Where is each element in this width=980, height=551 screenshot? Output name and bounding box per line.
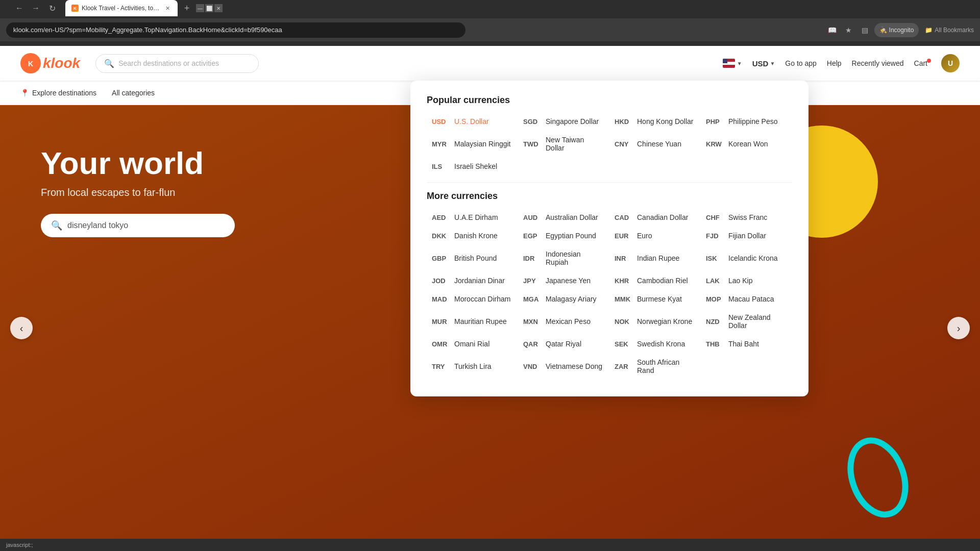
recently-viewed-link[interactable]: Recently viewed — [852, 59, 904, 67]
currency-dropdown: Popular currencies USDU.S. DollarSGDSing… — [410, 81, 808, 396]
sidebar-button[interactable]: ▤ — [858, 23, 872, 37]
new-tab-button[interactable]: + — [180, 1, 194, 15]
currency-item-cny[interactable]: CNYChinese Yuan — [609, 132, 701, 156]
user-avatar[interactable]: U — [941, 54, 960, 72]
incognito-label: Incognito — [889, 27, 914, 34]
more-currencies-grid: AEDU.A.E DirhamAUDAustralian DollarCADCa… — [427, 210, 792, 378]
currency-item-egp[interactable]: EGPEgyptian Pound — [518, 228, 609, 243]
carousel-prev-button[interactable]: ‹ — [10, 317, 33, 339]
minimize-button[interactable]: — — [196, 4, 204, 12]
active-tab[interactable]: K Klook Travel - Activities, tours, ✕ — [65, 0, 178, 16]
popular-currencies-title: Popular currencies — [427, 95, 792, 106]
currency-code-label: USD — [752, 59, 769, 68]
go-to-app-link[interactable]: Go to app — [785, 59, 817, 67]
currency-item-aud[interactable]: AUDAustralian Dollar — [518, 210, 609, 225]
currency-item-ils[interactable]: ILSIsraeli Shekel — [427, 159, 518, 174]
tab-bar: ← → ↻ K Klook Travel - Activities, tours… — [0, 0, 980, 18]
currency-item-mga[interactable]: MGAMalagasy Ariary — [518, 291, 609, 307]
back-button[interactable]: ← — [12, 1, 27, 15]
currency-item-khr[interactable]: KHRCambodian Riel — [609, 273, 701, 288]
currency-item-omr[interactable]: OMROmani Rial — [427, 336, 518, 352]
forward-button[interactable]: → — [29, 1, 43, 15]
hero-search-icon: 🔍 — [51, 220, 62, 231]
currency-item-qar[interactable]: QARQatar Riyal — [518, 336, 609, 352]
currency-button[interactable]: USD ▼ — [752, 59, 775, 68]
currency-item-dkk[interactable]: DKKDanish Krone — [427, 228, 518, 243]
explore-destinations-item[interactable]: 📍 Explore destinations — [20, 89, 96, 97]
currency-item-jod[interactable]: JODJordanian Dinar — [427, 273, 518, 288]
search-placeholder-text: Search destinations or activities — [118, 59, 219, 67]
cart-label: Cart — [914, 59, 927, 67]
currency-item-mop[interactable]: MOPMacau Pataca — [701, 291, 792, 307]
currency-item-mmk[interactable]: MMKBurmese Kyat — [609, 291, 701, 307]
currency-item-gbp[interactable]: GBPBritish Pound — [427, 246, 518, 270]
currency-item-sek[interactable]: SEKSwedish Krona — [609, 336, 701, 352]
hero-title: Your world — [41, 146, 235, 181]
bookmarks-icon: 📁 — [925, 27, 933, 34]
logo-text: klook — [43, 55, 80, 71]
currency-item-thb[interactable]: THBThai Baht — [701, 336, 792, 352]
currency-item-zar[interactable]: ZARSouth African Rand — [609, 355, 701, 378]
currency-item-try[interactable]: TRYTurkish Lira — [427, 355, 518, 378]
refresh-button[interactable]: ↻ — [45, 1, 59, 15]
tab-favicon: K — [71, 5, 79, 12]
hero-subtitle: From local escapes to far-flun — [41, 187, 235, 198]
all-categories-item[interactable]: All categories — [112, 89, 155, 97]
more-currencies-title: More currencies — [427, 191, 792, 202]
currency-chevron-icon: ▼ — [770, 61, 775, 66]
currency-item-myr[interactable]: MYRMalaysian Ringgit — [427, 132, 518, 156]
currency-item-lak[interactable]: LAKLao Kip — [701, 273, 792, 288]
nav-right: ▼ USD ▼ Go to app Help Recently viewed C… — [723, 54, 960, 72]
currencies-divider — [427, 182, 792, 183]
currency-item-isk[interactable]: ISKIcelandic Krona — [701, 246, 792, 270]
currency-item-aed[interactable]: AEDU.A.E Dirham — [427, 210, 518, 225]
currency-item-eur[interactable]: EUREuro — [609, 228, 701, 243]
bookmarks-area[interactable]: 📁 All Bookmarks — [925, 23, 974, 37]
currency-item-cad[interactable]: CADCanadian Dollar — [609, 210, 701, 225]
svg-text:K: K — [28, 60, 33, 68]
currency-item-jpy[interactable]: JPYJapanese Yen — [518, 273, 609, 288]
status-bar: javascript:; — [0, 539, 980, 551]
currency-item-chf[interactable]: CHFSwiss Franc — [701, 210, 792, 225]
tab-close-button[interactable]: ✕ — [163, 4, 172, 12]
search-bar[interactable]: 🔍 Search destinations or activities — [95, 54, 259, 73]
maximize-button[interactable]: ⬜ — [205, 4, 213, 12]
tab-title: Klook Travel - Activities, tours, — [82, 5, 160, 12]
address-input[interactable] — [6, 22, 465, 38]
klook-logo[interactable]: K klook — [20, 53, 80, 73]
currency-item-nzd[interactable]: NZDNew Zealand Dollar — [701, 310, 792, 333]
currency-item-mxn[interactable]: MXNMexican Peso — [518, 310, 609, 333]
browser-chrome: ← → ↻ K Klook Travel - Activities, tours… — [0, 0, 980, 46]
page-wrapper: K klook 🔍 Search destinations or activit… — [0, 46, 980, 551]
bookmark-button[interactable]: ★ — [842, 23, 856, 37]
carousel-next-button[interactable]: › — [947, 317, 970, 339]
cart-notification-dot — [927, 59, 931, 63]
search-icon: 🔍 — [104, 59, 114, 68]
help-link[interactable]: Help — [827, 59, 842, 67]
currency-item-inr[interactable]: INRIndian Rupee — [609, 246, 701, 270]
reader-mode-button[interactable]: 📖 — [825, 23, 840, 37]
all-categories-label: All categories — [112, 89, 155, 97]
close-button[interactable]: ✕ — [214, 4, 223, 12]
currency-item-idr[interactable]: IDRIndonesian Rupiah — [518, 246, 609, 270]
currency-item-krw[interactable]: KRWKorean Won — [701, 132, 792, 156]
incognito-badge[interactable]: 🕵 Incognito — [874, 23, 919, 37]
currency-item-fjd[interactable]: FJDFijian Dollar — [701, 228, 792, 243]
language-button[interactable]: ▼ — [723, 59, 742, 68]
currency-item-nok[interactable]: NOKNorwegian Krone — [609, 310, 701, 333]
currency-item-sgd[interactable]: SGDSingapore Dollar — [518, 114, 609, 129]
hero-search-bar[interactable]: 🔍 disneyland tokyo — [41, 214, 235, 237]
currency-item-twd[interactable]: TWDNew Taiwan Dollar — [518, 132, 609, 156]
hero-deco-teal — [847, 437, 909, 520]
cart-link[interactable]: Cart — [914, 59, 931, 67]
currency-item-usd[interactable]: USDU.S. Dollar — [427, 114, 518, 129]
currency-item-mur[interactable]: MURMauritian Rupee — [427, 310, 518, 333]
currency-item-php[interactable]: PHPPhilippine Peso — [701, 114, 792, 129]
status-text: javascript:; — [6, 542, 33, 548]
currency-item-mad[interactable]: MADMoroccan Dirham — [427, 291, 518, 307]
navbar: K klook 🔍 Search destinations or activit… — [0, 46, 980, 81]
klook-logo-svg: K — [20, 53, 41, 73]
currency-item-vnd[interactable]: VNDVietnamese Dong — [518, 355, 609, 378]
location-icon: 📍 — [20, 89, 29, 97]
currency-item-hkd[interactable]: HKDHong Kong Dollar — [609, 114, 701, 129]
